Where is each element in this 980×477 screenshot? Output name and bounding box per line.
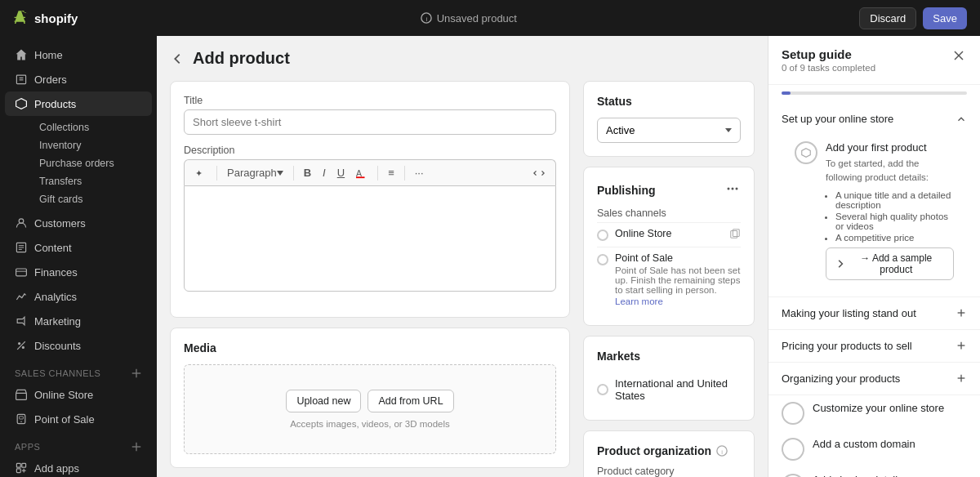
setup-section-pricing[interactable]: Pricing your products to sell: [768, 330, 980, 363]
sidebar-item-products[interactable]: Products: [5, 91, 152, 116]
add-url-button[interactable]: Add from URL: [368, 390, 453, 412]
channel-icon-online: [729, 228, 741, 242]
first-product-content: Add your first product To get started, a…: [826, 141, 954, 280]
sidebar-item-inventory[interactable]: Inventory: [29, 136, 152, 154]
save-button[interactable]: Save: [923, 7, 967, 29]
description-editor[interactable]: [184, 185, 556, 292]
toolbar-separator-1: [216, 166, 217, 181]
svg-point-32: [728, 188, 730, 190]
toolbar-more[interactable]: ···: [411, 164, 428, 181]
sidebar-item-customers[interactable]: Customers: [5, 211, 152, 235]
sidebar-item-collections[interactable]: Collections: [29, 118, 152, 136]
sidebar: Home Orders Products Collections Invento…: [0, 36, 157, 477]
toolbar-italic[interactable]: I: [318, 164, 330, 181]
setup-section-listing[interactable]: Making your listing stand out: [768, 297, 980, 330]
status-label: Status: [597, 95, 741, 108]
svg-point-13: [22, 346, 24, 349]
upload-new-button[interactable]: Upload new: [286, 390, 361, 412]
setup-guide-title: Setup guide: [782, 47, 875, 61]
sidebar-item-add-apps[interactable]: Add apps: [5, 456, 152, 477]
copy-icon: [729, 228, 741, 239]
setup-section-header-online-store[interactable]: Set up your online store: [768, 103, 980, 135]
sidebar-item-orders[interactable]: Orders: [5, 67, 152, 91]
custom-domain-item: Add a custom domain: [768, 431, 980, 467]
toolbar-paragraph-btn[interactable]: Paragraph: [223, 164, 287, 181]
sidebar-label-home: Home: [34, 49, 63, 61]
sidebar-label-orders: Orders: [34, 74, 67, 86]
sidebar-item-transfers[interactable]: Transfers: [29, 172, 152, 190]
discard-button[interactable]: Discard: [859, 7, 916, 29]
toolbar-spell-check[interactable]: ✦: [191, 165, 211, 181]
plus-icon-organizing: [956, 372, 967, 384]
svg-rect-17: [16, 393, 27, 399]
title-input[interactable]: [184, 109, 556, 135]
status-card: Status Active Draft: [583, 81, 755, 157]
page-header: Add product: [170, 49, 755, 68]
add-sample-product-button[interactable]: → Add a sample product: [826, 247, 954, 280]
sidebar-item-purchase-orders[interactable]: Purchase orders: [29, 154, 152, 172]
toolbar-color[interactable]: A: [352, 165, 372, 181]
sales-channels-section-label: Sales channels: [597, 207, 741, 219]
toolbar-align[interactable]: ≡: [384, 164, 399, 181]
setup-guide-header: Setup guide 0 of 9 tasks completed: [768, 36, 980, 85]
back-icon: [170, 51, 185, 66]
product-organization-card: Product organization i Product category …: [583, 430, 755, 477]
description-label: Description: [184, 145, 556, 156]
sidebar-item-finances[interactable]: Finances: [5, 260, 152, 284]
add-channel-icon[interactable]: [131, 368, 142, 379]
setup-section-title-online-store: Set up your online store: [782, 113, 893, 125]
svg-text:✦: ✦: [195, 168, 203, 178]
sidebar-item-home[interactable]: Home: [5, 42, 152, 67]
arrow-right-icon: [836, 259, 845, 269]
toolbar-bold[interactable]: B: [300, 164, 315, 181]
more-icon: [726, 182, 739, 195]
toolbar-underline[interactable]: U: [333, 164, 349, 181]
status-select[interactable]: Active Draft: [597, 118, 741, 143]
toolbar-source[interactable]: [529, 165, 549, 181]
publishing-more-btn[interactable]: [724, 181, 741, 199]
sidebar-item-point-of-sale[interactable]: Point of Sale: [5, 407, 152, 431]
setup-guide-title-group: Setup guide 0 of 9 tasks completed: [782, 47, 875, 73]
sidebar-item-content[interactable]: Content: [5, 235, 152, 260]
setup-section-organizing[interactable]: Organizing your products: [768, 363, 980, 395]
market-item: International and United States: [597, 372, 741, 407]
progress-bar-bg: [782, 91, 967, 95]
svg-rect-24: [22, 463, 26, 467]
listing-title: Making your listing stand out: [782, 307, 916, 319]
sidebar-item-discounts[interactable]: Discounts: [5, 333, 152, 358]
svg-rect-31: [356, 176, 365, 178]
title-description-card: Title Description ✦ Paragraph: [170, 81, 570, 318]
analytics-icon: [15, 290, 28, 303]
plus-icon-listing: [956, 307, 967, 319]
toolbar-separator-3: [377, 166, 378, 181]
sidebar-item-analytics[interactable]: Analytics: [5, 284, 152, 309]
category-group: Product category Determines US tax rates: [597, 466, 741, 477]
unsaved-label: Unsaved product: [437, 12, 517, 25]
back-button[interactable]: [170, 51, 185, 66]
customize-store-label: Customize your online store: [813, 402, 944, 414]
sidebar-label-discounts: Discounts: [34, 340, 81, 352]
sharing-details-item: Add sharing details: [768, 467, 980, 478]
prod-org-header: Product organization i: [597, 444, 741, 457]
channel-radio-online: [597, 230, 608, 241]
sidebar-item-gift-cards[interactable]: Gift cards: [29, 190, 152, 208]
apps-label: Apps: [0, 431, 157, 456]
sidebar-item-online-store[interactable]: Online Store: [5, 382, 152, 407]
shopify-logo: shopify: [13, 10, 78, 26]
add-app-icon[interactable]: [131, 441, 142, 452]
app-body: Home Orders Products Collections Invento…: [0, 36, 980, 477]
pricing-title-setup: Pricing your products to sell: [782, 340, 912, 352]
media-dropzone: Upload new Add from URL Accepts images, …: [184, 364, 556, 454]
sidebar-label-marketing: Marketing: [34, 315, 81, 328]
organizing-title: Organizing your products: [782, 372, 900, 385]
sharing-circle: [782, 474, 804, 478]
finances-icon: [15, 265, 28, 279]
sidebar-label-analytics: Analytics: [34, 291, 77, 303]
plus-icon-pricing: [956, 340, 967, 351]
sidebar-item-marketing[interactable]: Marketing: [5, 309, 152, 333]
prod-org-title: Product organization: [597, 444, 711, 457]
setup-guide-close-button[interactable]: [951, 47, 967, 66]
pos-icon: [15, 412, 28, 426]
learn-more-link[interactable]: Learn more: [615, 296, 663, 306]
market-name: International and United States: [615, 377, 741, 402]
